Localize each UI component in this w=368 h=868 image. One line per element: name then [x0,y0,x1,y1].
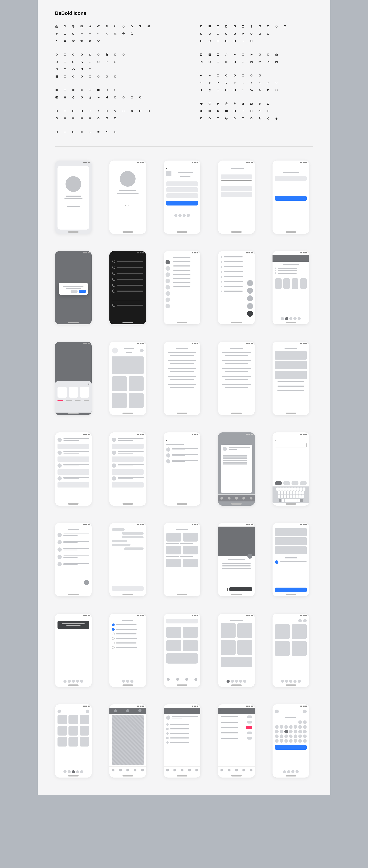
primary-button[interactable] [275,588,307,592]
phone-map [110,704,146,778]
status-bar [55,614,92,617]
svg-rect-149 [225,89,227,91]
svg-point-1 [73,26,74,27]
calendar-icon [275,53,278,56]
primary-button[interactable] [166,201,198,206]
confirm-button[interactable] [275,745,307,750]
square-icon [97,53,100,56]
phone-content [55,255,92,322]
svg-rect-115 [225,33,227,34]
heart-icon [200,102,203,105]
toggle[interactable] [247,732,252,734]
toggle[interactable] [246,726,252,729]
stack-icon [216,60,219,63]
svg-rect-39 [98,75,99,77]
star-filled-icon [63,39,67,42]
svg-rect-111 [284,26,285,27]
grid2-icon [55,89,58,92]
svg-rect-127 [225,40,227,42]
grid-icon [216,39,219,42]
text-icon [250,39,253,42]
clock-icon [105,53,109,56]
home-indicator [177,775,187,776]
indent-icon [97,117,100,120]
info-icon [130,32,133,35]
svg-rect-81 [89,110,91,112]
book-icon [225,60,228,63]
phone-list-long-1 [164,342,201,415]
svg-rect-14 [64,54,66,55]
svg-rect-112 [201,33,202,34]
svg-rect-46 [64,89,65,90]
modal [59,283,88,295]
svg-rect-159 [267,103,269,104]
grid-icon [55,75,58,78]
svg-rect-51 [73,89,74,90]
svg-rect-126 [218,41,219,42]
home-indicator [122,503,133,504]
svg-rect-165 [267,110,269,112]
svg-rect-82 [106,110,108,112]
cloud-upload-icon [63,68,67,71]
facebook-icon [208,110,211,113]
svg-rect-88 [114,118,116,119]
more-icon [267,110,270,113]
status-bar [110,614,146,617]
inbox-icon [80,25,83,28]
cloud-download-icon [72,68,75,71]
icon-row [200,25,313,28]
toggle-icon [55,53,58,56]
phone-content [273,617,309,684]
home-icon [89,96,92,99]
close-icon[interactable]: × [88,382,90,386]
keyboard[interactable] [273,487,309,503]
svg-rect-95 [82,132,83,133]
type-icon [105,110,109,113]
icon-row [200,32,313,35]
toggle[interactable] [247,737,252,740]
calendar[interactable] [275,720,307,743]
status-bar [273,704,309,708]
sun-icon [242,32,245,35]
svg-rect-87 [106,118,108,119]
icon-row [55,25,168,28]
toggle[interactable] [247,715,252,718]
outdent-icon [105,117,109,120]
fab-button[interactable] [84,580,89,585]
svg-point-156 [243,103,243,104]
phone-content [55,527,92,594]
back-icon[interactable]: ‹ [166,167,167,170]
target-icon [72,32,75,35]
arrow-left-icon [200,74,203,77]
arrow-up-icon [233,81,236,84]
status-bar [110,251,146,255]
svg-rect-61 [90,90,91,91]
phone-content [273,164,309,231]
columns-icon [105,89,109,92]
svg-rect-48 [64,90,65,91]
svg-point-5 [106,26,107,27]
cta-button[interactable] [229,587,252,591]
arrow-left-icon [200,81,203,84]
align-left-icon [63,117,67,120]
submit-button[interactable] [275,196,307,200]
toggle[interactable] [247,721,252,723]
svg-rect-129 [242,40,244,42]
status-bar [110,704,146,708]
emoji-icon [122,96,125,99]
map-view[interactable] [112,715,144,765]
home-indicator [177,594,187,595]
svg-rect-75 [131,97,132,98]
star-border-icon [97,39,100,42]
svg-point-97 [98,131,99,132]
search-input[interactable] [166,619,198,623]
phone-content: ‹ [218,436,255,503]
svg-rect-138 [217,61,219,63]
icon-row [55,89,168,92]
svg-point-114 [217,33,219,35]
underline-icon [114,110,117,113]
mail-icon [250,102,253,105]
status-bar [164,432,201,436]
fire-icon [275,117,278,120]
status-bar [218,342,255,345]
